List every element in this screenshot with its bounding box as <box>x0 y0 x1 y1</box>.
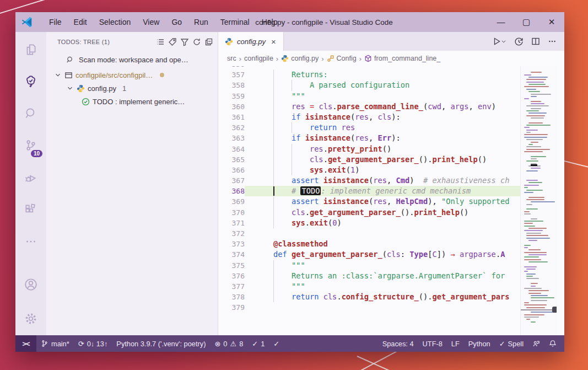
minimap-line <box>524 247 528 248</box>
minimap-line <box>526 307 545 308</box>
view-as-list-icon[interactable] <box>156 37 165 46</box>
code-line-379[interactable]: 379 <box>218 302 564 313</box>
notifications-item[interactable] <box>544 335 561 352</box>
tab-close-icon[interactable]: × <box>269 37 278 46</box>
maximize-button[interactable]: ▢ <box>514 12 539 32</box>
extensions-icon[interactable] <box>15 195 46 224</box>
more-actions-icon[interactable] <box>548 37 557 46</box>
menu-selection[interactable]: Selection <box>93 18 137 26</box>
menu-go[interactable]: Go <box>165 18 188 26</box>
code-line-361[interactable]: 361 if isinstance(res, cls): <box>218 112 564 122</box>
source-control-icon[interactable]: 10 <box>15 131 46 160</box>
git-sync-item[interactable]: ⟳ 0↓ 13↑ <box>74 335 112 352</box>
code-line-370[interactable]: 370 cls.get_argument_parser_().print_hel… <box>218 207 564 218</box>
encoding-item[interactable]: UTF-8 <box>418 335 447 352</box>
minimap[interactable] <box>520 66 557 335</box>
python-file-icon <box>77 84 85 93</box>
python-interpreter-item[interactable]: Python 3.9.7 ('.venv': poetry) <box>112 335 210 352</box>
code-line-366[interactable]: 366 sys.exit(1) <box>218 165 564 175</box>
breadcrumb-method[interactable]: from_command_line_ <box>364 55 440 62</box>
code-line-378[interactable]: 378 return cls.config_structure_().get_a… <box>218 292 564 302</box>
code-editor[interactable]: 356357 Returns:358 A parsed configuratio… <box>218 66 564 335</box>
code-line-363[interactable]: 363 if isinstance(res, Err): <box>218 133 564 143</box>
minimap-line <box>526 204 532 205</box>
feedback-item[interactable] <box>528 335 544 352</box>
language-mode-item[interactable]: Python <box>464 335 495 352</box>
run-python-file-button[interactable] <box>492 37 506 46</box>
filter-icon[interactable] <box>180 37 189 46</box>
breadcrumb-config-py[interactable]: config.py <box>281 55 319 62</box>
overview-ruler[interactable] <box>557 66 564 335</box>
code-line-362[interactable]: 362 return res <box>218 122 564 133</box>
menu-file[interactable]: File <box>43 18 68 26</box>
line-number: 377 <box>218 281 245 292</box>
window-title: config.py - configpile - Visual Studio C… <box>225 18 423 26</box>
vscode-logo-icon <box>21 16 33 28</box>
indent-guide <box>273 165 274 175</box>
method-symbol-icon <box>364 55 372 62</box>
breadcrumb-src[interactable]: src <box>227 55 236 62</box>
minimize-button[interactable]: — <box>488 12 514 32</box>
close-button[interactable]: ✕ <box>539 12 564 32</box>
more-actions-icon[interactable] <box>15 227 46 256</box>
tree-item-file[interactable]: config.py 1 <box>46 82 218 95</box>
scan-mode-row[interactable]: Scan mode: workspace and ope… <box>46 51 218 68</box>
source-control-badge: 10 <box>31 150 42 157</box>
menu-run[interactable]: Run <box>188 18 214 26</box>
search-icon[interactable] <box>15 99 46 128</box>
git-branch-item[interactable]: main* <box>36 335 74 352</box>
code-line-371[interactable]: 371 sys.exit(0) <box>218 218 564 228</box>
line-number: 365 <box>218 154 245 165</box>
minimap-line <box>524 223 533 224</box>
check-count-item[interactable]: ✓ 1 <box>247 335 269 352</box>
code-line-357[interactable]: 357 Returns: <box>218 69 564 80</box>
line-number: 379 <box>218 302 245 313</box>
code-line-377[interactable]: 377 """ <box>218 281 564 292</box>
refresh-icon[interactable] <box>192 37 201 46</box>
eol-item[interactable]: LF <box>447 335 464 352</box>
explorer-icon[interactable] <box>15 35 46 64</box>
menu-edit[interactable]: Edit <box>68 18 93 26</box>
code-line-367[interactable]: 367 assert isinstance(res, Cmd) # exhaus… <box>218 175 564 186</box>
collapse-all-icon[interactable] <box>204 37 213 46</box>
minimap-line <box>526 110 539 111</box>
problems-item[interactable]: ⊗ 0 ⚠ 8 <box>210 335 247 352</box>
code-line-376[interactable]: 376 Returns an :class:`argparse.Argument… <box>218 271 564 281</box>
menu-view[interactable]: View <box>137 18 165 26</box>
split-editor-icon[interactable] <box>531 37 540 46</box>
code-line-375[interactable]: 375 """ <box>218 260 564 271</box>
minimap-line <box>528 249 541 250</box>
remote-indicator[interactable]: >< <box>15 335 36 352</box>
check-item[interactable]: ✓ <box>269 335 284 352</box>
minimap-line <box>526 139 543 140</box>
tab-config-py[interactable]: config.py × <box>218 32 284 51</box>
code-line-369[interactable]: 369 assert isinstance(res, HelpCmd), "On… <box>218 196 564 207</box>
settings-gear-icon[interactable] <box>15 304 46 333</box>
run-and-debug-icon[interactable] <box>15 163 46 192</box>
todo-tree-icon[interactable] <box>15 67 46 96</box>
timeline-history-icon[interactable] <box>514 37 524 46</box>
minimap-line <box>524 127 530 128</box>
spell-item[interactable]: ✓ Spell <box>495 335 528 352</box>
code-line-364[interactable]: 364 res.pretty_print() <box>218 144 564 154</box>
minimap-line <box>528 240 537 241</box>
minimap-line <box>531 295 548 296</box>
breadcrumb-configpile[interactable]: configpile <box>244 55 273 62</box>
tag-icon[interactable] <box>168 37 177 46</box>
code-line-372[interactable]: 372 <box>218 228 564 239</box>
code-line-374[interactable]: 374 def get_argument_parser_(cls: Type[C… <box>218 249 564 260</box>
code-line-373[interactable]: 373 @classmethod <box>218 239 564 249</box>
code-line-358[interactable]: 358 A parsed configuration <box>218 80 564 90</box>
tree-item-todo[interactable]: TODO : implement generic… <box>46 95 218 108</box>
account-icon[interactable] <box>15 270 46 299</box>
line-number: 376 <box>218 271 245 281</box>
code-line-365[interactable]: 365 cls.get_argument_parser_().print_hel… <box>218 154 564 165</box>
code-line-368[interactable]: 368 # TODO: implement generic cmd mechan… <box>218 186 564 196</box>
minimap-line <box>526 180 538 181</box>
code-line-359[interactable]: 359 """ <box>218 91 564 101</box>
code-line-360[interactable]: 360 res = cls.parse_command_line_(cwd, a… <box>218 101 564 112</box>
breadcrumb-config-class[interactable]: Config <box>327 55 357 62</box>
tree-item-folder[interactable]: configpile/src/configpil… <box>46 68 218 82</box>
indentation-item[interactable]: Spaces: 4 <box>378 335 418 352</box>
scan-mode-label: Scan mode: workspace and ope… <box>79 56 188 64</box>
